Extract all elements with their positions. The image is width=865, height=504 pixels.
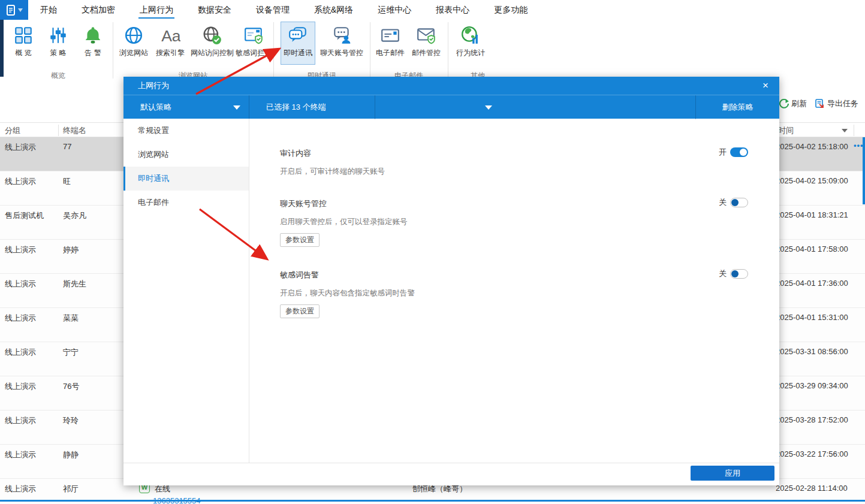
section-title: 审计内容 — [280, 148, 755, 159]
sensitive-word-toggle[interactable] — [730, 269, 748, 279]
ribbon-button-label: 电子邮件 — [376, 48, 405, 58]
sidebar-item-im[interactable]: 即时通讯 — [123, 167, 249, 191]
ribbon-group-im: 即时通讯 聊天账号管控 即时通讯 — [275, 20, 369, 82]
cell-terminal: 斯先生 — [63, 279, 86, 289]
close-icon[interactable]: × — [759, 79, 772, 92]
delete-policy-button[interactable]: 删除策略 — [695, 95, 779, 119]
cell-group: 线上演示 — [5, 484, 36, 494]
cell-group: 线上演示 — [5, 176, 36, 187]
column-header-terminal[interactable]: 终端名 — [63, 125, 86, 136]
policy-dropdown-value: 默认策略 — [140, 102, 171, 111]
param-settings-button[interactable]: 参数设置 — [280, 233, 320, 247]
policy-button[interactable]: 策 略 — [42, 22, 74, 65]
dialog-footer-divider — [123, 463, 779, 463]
ribbon-separator — [448, 22, 448, 79]
site-access-control-button[interactable]: 网站访问控制 — [189, 22, 235, 65]
menu-tab-ops-center[interactable]: 运维中心 — [376, 1, 412, 19]
behavior-stats-icon — [460, 25, 481, 46]
cell-terminal: 宁宁 — [63, 347, 79, 358]
toggle-state-label: 关 — [719, 268, 727, 279]
cell-time: 2025-04-01 18:31:21 — [776, 210, 848, 219]
column-header-time[interactable]: 时间 — [778, 125, 794, 136]
menu-tab-more[interactable]: 更多功能 — [493, 1, 529, 19]
ribbon-group-overview: 概 览 策 略 告 警 概览 — [4, 20, 113, 82]
section-chat-account: 聊天账号管控 关 — [280, 198, 755, 209]
behavior-stats-button[interactable]: 行为统计 — [453, 22, 489, 65]
cell-time: 2025-03-29 09:34:00 — [776, 381, 848, 390]
export-task-button[interactable]: 导出任务 — [815, 98, 858, 109]
ribbon-button-label: 邮件管控 — [412, 48, 441, 58]
menu-tab-internet-behavior[interactable]: 上网行为 — [138, 1, 174, 19]
refresh-label: 刷新 — [791, 98, 807, 109]
sidebar-item-browse[interactable]: 浏览网站 — [123, 143, 249, 167]
param-settings-button[interactable]: 参数设置 — [280, 304, 320, 318]
cell-time: 2025-04-02 15:09:00 — [776, 176, 848, 185]
search-engine-button[interactable]: Aa 搜索引擎 — [152, 22, 188, 65]
cell-group: 线上演示 — [5, 347, 36, 358]
menu-tab-start[interactable]: 开始 — [39, 1, 58, 19]
app-logo-button[interactable] — [0, 0, 28, 20]
dialog-title-bar: 上网行为 × — [123, 77, 779, 95]
chat-account-toggle-wrap: 关 — [719, 197, 748, 208]
ribbon-separator — [113, 22, 113, 79]
time-filter-caret-icon[interactable] — [842, 129, 848, 132]
im-button[interactable]: 即时通讯 — [281, 22, 315, 65]
cell-group: 售后测试机 — [5, 210, 44, 221]
ribbon-toolbar: 概 览 策 略 告 警 概览 — [0, 20, 865, 82]
search-engine-icon: Aa — [160, 25, 180, 46]
browse-globe-icon — [123, 25, 144, 46]
scrollbar-thumb[interactable] — [863, 137, 865, 204]
cell-group: 线上演示 — [5, 415, 36, 426]
cell-time: 2025-04-01 17:58:00 — [776, 245, 848, 253]
alert-button[interactable]: 告 警 — [77, 22, 109, 65]
chevron-down-icon — [18, 8, 23, 12]
cell-group: 线上演示 — [5, 279, 36, 289]
cell-time: 2025-03-31 08:56:00 — [776, 347, 848, 356]
audit-toggle-wrap: 开 — [719, 147, 748, 158]
section-audit-content: 审计内容 开 — [280, 148, 755, 159]
chat-account-toggle[interactable] — [730, 198, 748, 207]
menu-tab-report-center[interactable]: 报表中心 — [435, 1, 471, 19]
ribbon-group-other: 行为统计 其他 — [449, 20, 507, 82]
overview-button[interactable]: 概 览 — [7, 22, 40, 65]
cell-group: 线上演示 — [5, 449, 36, 460]
cell-terminal: 旺 — [63, 176, 71, 187]
browse-website-button[interactable]: 浏览网站 — [116, 22, 151, 65]
terminals-dropdown[interactable]: 已选择 13 个终端 — [249, 95, 375, 119]
app-window: 开始 文档加密 上网行为 数据安全 设备管理 系统&网络 运维中心 报表中心 更… — [0, 0, 865, 504]
policy-sliders-icon — [48, 25, 68, 46]
chat-account-control-button[interactable]: 聊天账号管控 — [318, 22, 366, 65]
cell-time: 2025-03-22 17:56:00 — [776, 449, 848, 458]
email-button[interactable]: 电子邮件 — [373, 22, 407, 65]
refresh-button[interactable]: 刷新 — [779, 98, 807, 109]
overview-grid-icon — [13, 25, 34, 46]
column-header-group[interactable]: 分组 — [5, 125, 20, 136]
ribbon-group-label: 概览 — [4, 71, 113, 81]
mail-control-icon — [416, 25, 436, 46]
sidebar-item-general[interactable]: 常规设置 — [123, 119, 249, 143]
menu-tab-system-network[interactable]: 系统&网络 — [313, 1, 354, 19]
menu-tab-data-security[interactable]: 数据安全 — [197, 1, 233, 19]
sensitive-word-block-button[interactable]: 敏感词拦截 — [236, 22, 271, 65]
cell-group: 线上演示 — [5, 381, 36, 392]
menu-tab-device-mgmt[interactable]: 设备管理 — [255, 1, 291, 19]
policy-dropdown[interactable]: 默认策略 — [123, 95, 249, 119]
cell-terminal: 76号 — [63, 381, 79, 392]
dialog-title: 上网行为 — [138, 81, 169, 90]
ribbon-button-label: 行为统计 — [456, 48, 485, 58]
mail-control-button[interactable]: 邮件管控 — [408, 22, 444, 65]
apply-button[interactable]: 应用 — [691, 466, 774, 481]
audit-content-toggle[interactable] — [730, 147, 748, 157]
column-separator — [58, 125, 59, 136]
menu-tab-doc-encrypt[interactable]: 文档加密 — [80, 1, 116, 19]
sensitive-word-params-wrap: 参数设置 — [280, 304, 755, 318]
ribbon-group-email: 电子邮件 邮件管控 电子邮件 — [371, 20, 447, 82]
email-icon — [380, 25, 400, 46]
column-separator — [854, 125, 854, 136]
svg-text:Aa: Aa — [161, 27, 180, 45]
export-task-label: 导出任务 — [827, 98, 858, 109]
table-toolbar: 刷新 导出任务 — [779, 96, 858, 111]
ribbon-button-label: 搜索引擎 — [156, 48, 185, 58]
sidebar-item-email[interactable]: 电子邮件 — [123, 191, 249, 215]
refresh-icon — [779, 99, 789, 108]
